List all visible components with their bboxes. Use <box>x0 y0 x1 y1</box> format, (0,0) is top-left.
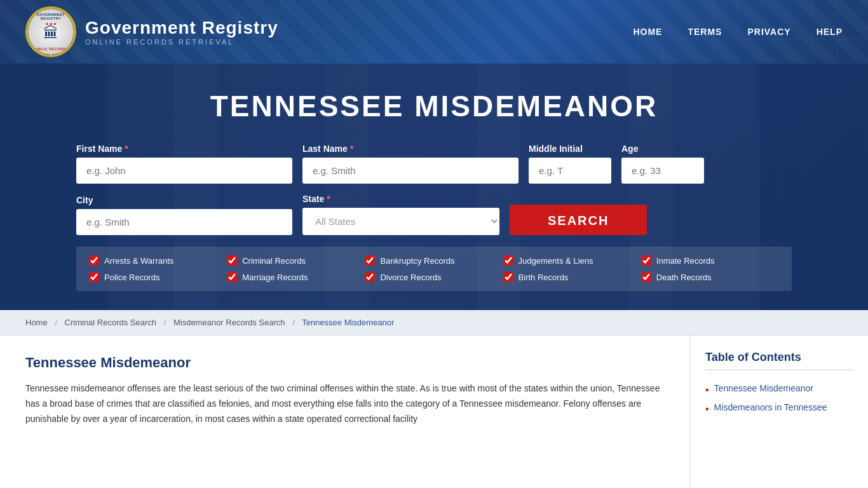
form-row-2: City State * All States Alabama Alaska A… <box>76 194 792 235</box>
first-name-label: First Name * <box>76 144 292 154</box>
checkbox-arrests: Arrests & Warrants <box>89 255 227 266</box>
checkbox-divorce: Divorce Records <box>365 272 503 282</box>
checkbox-bankruptcy: Bankruptcy Records <box>365 255 503 266</box>
nav-home[interactable]: HOME <box>633 27 662 37</box>
toc-link-1[interactable]: Tennessee Misdemeanor <box>714 383 813 393</box>
logo-circle: GOVERNMENT REGISTRY 🏛 PUBLIC RECORDS ★★★ <box>25 6 76 57</box>
city-input[interactable] <box>76 209 292 235</box>
checkbox-birth-input[interactable] <box>503 272 513 282</box>
checkbox-judgements-input[interactable] <box>503 255 513 266</box>
checkbox-birth-label: Birth Records <box>519 273 569 282</box>
breadcrumb-sep-1: / <box>55 318 57 327</box>
checkbox-judgements-label: Judgements & Liens <box>519 256 593 266</box>
checkbox-criminal-input[interactable] <box>227 255 237 266</box>
city-label: City <box>76 195 292 205</box>
brand-subtitle: Online Records Retrieval <box>85 38 278 46</box>
brand-text: Government Registry Online Records Retri… <box>85 18 278 46</box>
checkbox-inmate: Inmate Records <box>641 255 779 266</box>
checkbox-criminal-label: Criminal Records <box>242 256 306 266</box>
checkbox-death: Death Records <box>641 272 779 282</box>
breadcrumb-criminal[interactable]: Criminal Records Search <box>65 318 157 327</box>
checkbox-arrests-input[interactable] <box>89 255 99 266</box>
checkbox-death-label: Death Records <box>656 273 712 282</box>
checkbox-col-5: Inmate Records Death Records <box>641 255 779 282</box>
checkbox-col-3: Bankruptcy Records Divorce Records <box>365 255 503 282</box>
toc-item-1: Tennessee Misdemeanor <box>705 381 853 400</box>
checkbox-inmate-label: Inmate Records <box>656 256 715 266</box>
checkbox-police: Police Records <box>89 272 227 282</box>
main-content: Tennessee Misdemeanor Tennessee misdemea… <box>0 336 868 488</box>
sidebar: Table of Contents Tennessee Misdemeanor … <box>690 336 868 488</box>
content-body: Tennessee misdemeanor offenses are the l… <box>25 381 664 426</box>
checkbox-criminal: Criminal Records <box>227 255 365 266</box>
toc-link-2[interactable]: Misdemeanors in Tennessee <box>714 402 827 412</box>
checkbox-divorce-input[interactable] <box>365 272 375 282</box>
content-title: Tennessee Misdemeanor <box>25 355 664 371</box>
checkbox-marriage-label: Marriage Records <box>242 273 308 282</box>
toc-item-2: Misdemeanors in Tennessee <box>705 400 853 419</box>
checkbox-death-input[interactable] <box>641 272 651 282</box>
logo-link[interactable]: GOVERNMENT REGISTRY 🏛 PUBLIC RECORDS ★★★… <box>25 6 278 57</box>
checkbox-judgements: Judgements & Liens <box>503 255 641 266</box>
toc-title: Table of Contents <box>705 351 853 370</box>
content-area: Tennessee Misdemeanor Tennessee misdemea… <box>0 336 690 488</box>
search-button[interactable]: SEARCH <box>510 205 647 235</box>
hero-title: TENNESSEE MISDEMEANOR <box>76 89 792 123</box>
last-name-input[interactable] <box>302 158 519 184</box>
toc-list: Tennessee Misdemeanor Misdemeanors in Te… <box>705 381 853 419</box>
breadcrumb-misdemeanor[interactable]: Misdemeanor Records Search <box>173 318 285 327</box>
last-name-group: Last Name * <box>302 144 519 184</box>
checkbox-col-4: Judgements & Liens Birth Records <box>503 255 641 282</box>
nav-terms[interactable]: TERMS <box>688 27 722 37</box>
record-type-checkboxes: Arrests & Warrants Police Records Crimin… <box>76 247 792 291</box>
breadcrumb: Home / Criminal Records Search / Misdeme… <box>0 310 868 336</box>
building-icon: 🏛 <box>43 24 58 42</box>
middle-initial-group: Middle Initial <box>529 144 611 184</box>
checkbox-police-label: Police Records <box>104 273 159 282</box>
checkbox-arrests-label: Arrests & Warrants <box>104 256 173 266</box>
state-group: State * All States Alabama Alaska Arizon… <box>302 194 499 235</box>
state-label: State * <box>302 194 499 204</box>
breadcrumb-sep-2: / <box>164 318 166 327</box>
first-name-input[interactable] <box>76 158 292 184</box>
checkbox-marriage: Marriage Records <box>227 272 365 282</box>
hero-section: TENNESSEE MISDEMEANOR First Name * Last … <box>0 64 868 310</box>
checkbox-divorce-label: Divorce Records <box>380 273 441 282</box>
age-group: Age <box>621 144 704 184</box>
breadcrumb-current: Tennessee Misdemeanor <box>302 318 394 327</box>
checkbox-col-1: Arrests & Warrants Police Records <box>89 255 227 282</box>
checkbox-inmate-input[interactable] <box>641 255 651 266</box>
first-name-group: First Name * <box>76 144 292 184</box>
checkbox-bankruptcy-input[interactable] <box>365 255 375 266</box>
checkbox-marriage-input[interactable] <box>227 272 237 282</box>
checkbox-birth: Birth Records <box>503 272 641 282</box>
age-input[interactable] <box>621 158 704 184</box>
age-label: Age <box>621 144 704 154</box>
city-group: City <box>76 195 292 235</box>
last-name-label: Last Name * <box>302 144 519 154</box>
main-nav: HOME TERMS PRIVACY HELP <box>633 27 843 37</box>
nav-privacy[interactable]: PRIVACY <box>747 27 790 37</box>
checkbox-bankruptcy-label: Bankruptcy Records <box>380 256 454 266</box>
brand-name: Government Registry <box>85 18 278 38</box>
breadcrumb-sep-3: / <box>292 318 295 327</box>
search-form: First Name * Last Name * Middle Initial … <box>76 144 792 291</box>
state-select[interactable]: All States Alabama Alaska Arizona Arkans… <box>302 208 499 235</box>
breadcrumb-home[interactable]: Home <box>25 318 48 327</box>
middle-initial-label: Middle Initial <box>529 144 611 154</box>
checkbox-col-2: Criminal Records Marriage Records <box>227 255 365 282</box>
form-row-1: First Name * Last Name * Middle Initial … <box>76 144 792 184</box>
site-header: GOVERNMENT REGISTRY 🏛 PUBLIC RECORDS ★★★… <box>0 0 868 64</box>
middle-initial-input[interactable] <box>529 158 611 184</box>
checkbox-police-input[interactable] <box>89 272 99 282</box>
nav-help[interactable]: HELP <box>817 27 843 37</box>
